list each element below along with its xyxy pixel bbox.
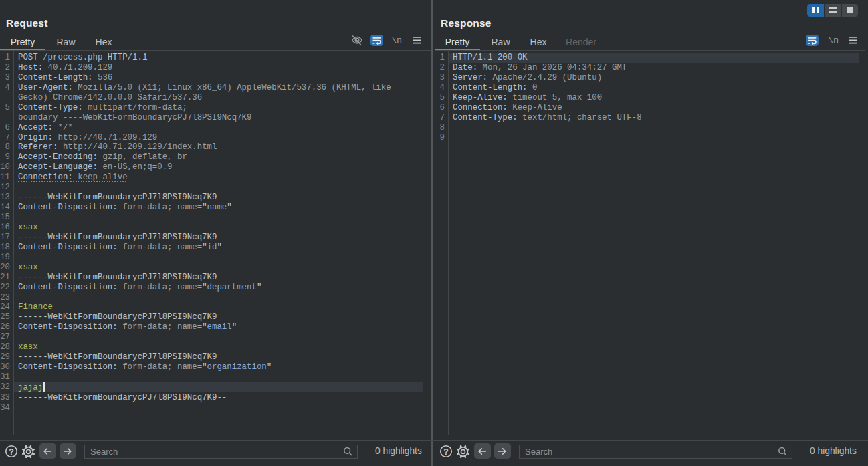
svg-text:?: ?	[443, 447, 449, 457]
svg-text:?: ?	[9, 447, 14, 457]
